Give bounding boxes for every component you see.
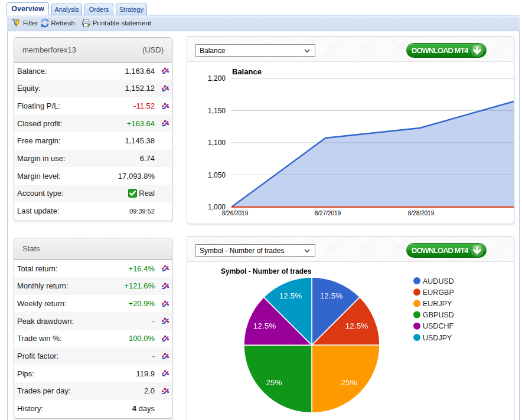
svg-text:EURJPY: EURJPY — [423, 300, 452, 308]
svg-text:1,200: 1,200 — [208, 74, 226, 83]
svg-text:12.5%: 12.5% — [345, 321, 368, 330]
svg-text:Balance: Balance — [232, 67, 262, 76]
svg-text:12.5%: 12.5% — [253, 321, 276, 330]
svg-text:25%: 25% — [341, 378, 357, 387]
svg-text:USDJPY: USDJPY — [423, 334, 452, 342]
svg-text:Symbol - Number of trades: Symbol - Number of trades — [221, 267, 312, 275]
svg-text:8/27/2019: 8/27/2019 — [315, 210, 341, 216]
svg-text:USDCHF: USDCHF — [423, 322, 454, 330]
svg-text:25%: 25% — [266, 378, 282, 387]
svg-text:1,050: 1,050 — [208, 171, 226, 179]
svg-text:EURGBP: EURGBP — [423, 288, 454, 297]
svg-text:AUDUSD: AUDUSD — [423, 277, 454, 286]
svg-text:8/26/2019: 8/26/2019 — [222, 210, 249, 216]
svg-text:1,100: 1,100 — [208, 139, 226, 147]
svg-text:8/28/2019: 8/28/2019 — [408, 210, 435, 216]
svg-text:1,150: 1,150 — [208, 107, 226, 115]
svg-text:12.5%: 12.5% — [320, 291, 342, 300]
svg-text:GBPUSD: GBPUSD — [423, 311, 454, 319]
svg-text:12.5%: 12.5% — [279, 291, 302, 300]
